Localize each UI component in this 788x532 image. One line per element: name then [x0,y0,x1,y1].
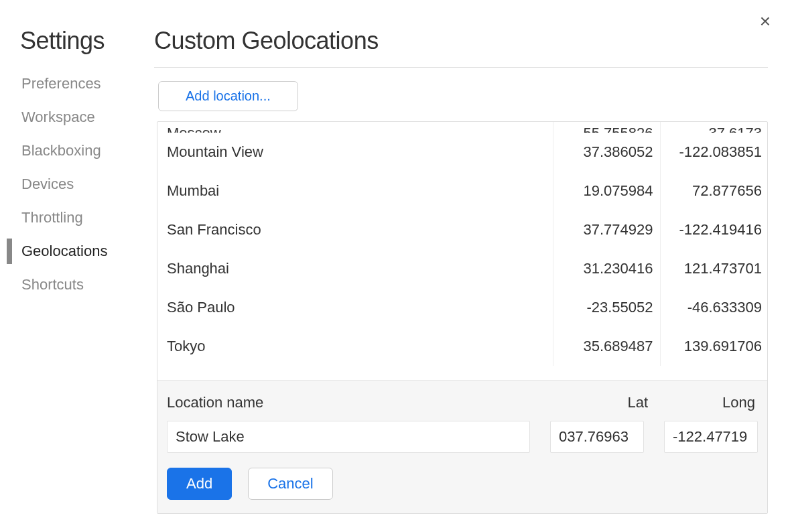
sidebar-item-throttling[interactable]: Throttling [7,201,147,235]
location-name-cell: Shanghai [157,249,553,288]
sidebar-item-preferences[interactable]: Preferences [7,67,147,101]
location-name-cell: Moscow [157,122,553,133]
location-name-cell: Mountain View [157,133,553,172]
sidebar: Settings PreferencesWorkspaceBlackboxing… [7,20,147,514]
location-lat-cell: -23.55052 [553,288,660,327]
main-panel: Custom Geolocations Add location... Mosc… [147,20,775,514]
table-row[interactable]: Tokyo35.689487139.691706 [157,327,767,366]
sidebar-item-shortcuts[interactable]: Shortcuts [7,268,147,302]
edit-buttons-row: Add Cancel [167,468,758,500]
sidebar-item-devices[interactable]: Devices [7,168,147,201]
page-title: Custom Geolocations [154,20,768,68]
location-name-cell: San Francisco [157,210,553,249]
location-long-cell: -46.633309 [660,288,767,327]
add-location-button[interactable]: Add location... [158,81,298,111]
locations-table: Moscow55.75582637.6173Mountain View37.38… [157,122,767,366]
label-location-name: Location name [167,394,554,411]
location-lat-cell: 31.230416 [553,249,660,288]
input-long[interactable] [664,421,758,453]
cancel-button[interactable]: Cancel [248,468,332,500]
table-row[interactable]: Mumbai19.07598472.877656 [157,172,767,210]
edit-inputs-row [167,421,758,453]
input-location-name[interactable] [167,421,530,453]
location-long-cell: 37.6173 [660,122,767,133]
sidebar-item-geolocations[interactable]: Geolocations [7,235,147,268]
sidebar-item-blackboxing[interactable]: Blackboxing [7,134,147,168]
input-lat[interactable] [550,421,644,453]
label-lat: Lat [554,394,656,411]
edit-labels-row: Location name Lat Long [167,387,758,421]
table-row[interactable]: Moscow55.75582637.6173 [157,122,767,133]
table-row[interactable]: São Paulo-23.55052-46.633309 [157,288,767,327]
locations-box: Moscow55.75582637.6173Mountain View37.38… [157,121,768,514]
location-long-cell: -122.083851 [660,133,767,172]
locations-scroll-area[interactable]: Moscow55.75582637.6173Mountain View37.38… [157,122,767,380]
location-lat-cell: 35.689487 [553,327,660,366]
location-lat-cell: 37.774929 [553,210,660,249]
location-lat-cell: 37.386052 [553,133,660,172]
sidebar-title: Settings [7,20,147,67]
location-name-cell: Tokyo [157,327,553,366]
location-name-cell: São Paulo [157,288,553,327]
close-icon[interactable]: × [760,12,771,31]
edit-panel: Location name Lat Long Add Cancel [157,380,767,513]
location-lat-cell: 19.075984 [553,172,660,210]
table-row[interactable]: San Francisco37.774929-122.419416 [157,210,767,249]
table-row[interactable]: Shanghai31.230416121.473701 [157,249,767,288]
location-name-cell: Mumbai [157,172,553,210]
table-row[interactable]: Mountain View37.386052-122.083851 [157,133,767,172]
location-lat-cell: 55.755826 [553,122,660,133]
location-long-cell: 72.877656 [660,172,767,210]
location-long-cell: 139.691706 [660,327,767,366]
sidebar-item-workspace[interactable]: Workspace [7,101,147,134]
location-long-cell: 121.473701 [660,249,767,288]
add-button[interactable]: Add [167,468,232,500]
label-long: Long [656,394,758,411]
sidebar-list: PreferencesWorkspaceBlackboxingDevicesTh… [7,67,147,302]
location-long-cell: -122.419416 [660,210,767,249]
settings-container: Settings PreferencesWorkspaceBlackboxing… [0,0,788,527]
